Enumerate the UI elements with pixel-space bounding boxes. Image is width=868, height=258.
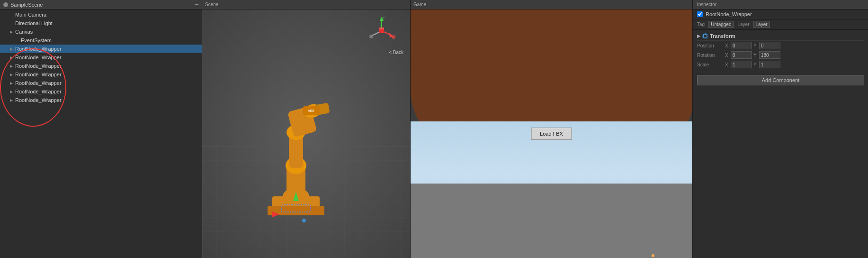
scale-y-input[interactable] <box>759 61 780 68</box>
hierarchy-item-rootnode-6[interactable]: RootNode_Wrapper <box>0 96 202 104</box>
scene-gizmo-widget[interactable]: Y Y <box>367 14 396 47</box>
inspector-panel-header: Inspector <box>693 0 868 9</box>
game-toolbar: Game <box>411 0 692 9</box>
game-toolbar-label: Game <box>413 2 426 7</box>
panel-controls: - ☰ <box>191 2 199 7</box>
ry-axis-label: Y <box>753 53 758 58</box>
item-label: Directional Light <box>15 20 53 26</box>
hierarchy-item-rootnode-1[interactable]: RootNode_Wrapper <box>0 53 202 62</box>
rotation-x-group: X <box>725 51 752 59</box>
scale-fields: X Y <box>725 61 864 68</box>
svg-text:ABB: ABB <box>308 109 314 112</box>
inspector-header-label: Inspector <box>697 2 716 7</box>
scene-toolbar: Scene <box>202 0 410 9</box>
item-label: RootNode_Wrapper <box>15 80 62 86</box>
rotation-y-input[interactable] <box>759 51 780 59</box>
scale-y-group: Y <box>753 61 780 68</box>
rotation-x-input[interactable] <box>731 51 752 59</box>
hierarchy-panel: SampleScene - ☰ Main Camera Directional … <box>0 0 202 258</box>
hierarchy-item-canvas[interactable]: Canvas <box>0 28 202 36</box>
scene-pivot-dot <box>302 219 306 222</box>
transform-arrow-icon: ▶ <box>697 34 700 38</box>
inspector-tag-layer-row: Tag Untagged Layer Layer <box>693 19 868 30</box>
x-axis-label: X <box>725 43 730 48</box>
game-view-panel: Game Load FBX <box>411 0 693 258</box>
scene-view-panel: Scene <box>202 0 411 258</box>
unity-logo-icon <box>3 2 9 8</box>
tree-arrow <box>15 38 19 42</box>
svg-text:Y: Y <box>380 25 382 28</box>
hierarchy-item-rootnode-4[interactable]: RootNode_Wrapper <box>0 79 202 87</box>
tag-dropdown[interactable]: Untagged <box>708 21 734 28</box>
svg-text:Y: Y <box>383 16 385 19</box>
transform-label: Transform <box>710 33 735 39</box>
hierarchy-item-rootnode-2[interactable]: RootNode_Wrapper <box>0 62 202 70</box>
transform-icon <box>702 33 708 39</box>
item-label: RootNode_Wrapper <box>15 55 62 60</box>
transform-header: ▶ Transform <box>697 32 864 41</box>
svg-point-23 <box>392 35 395 39</box>
tree-arrow <box>9 13 13 17</box>
item-label: RootNode_Wrapper <box>15 89 62 94</box>
item-label: Main Camera <box>15 12 46 18</box>
y-axis-label: Y <box>753 43 758 48</box>
rx-axis-label: X <box>725 53 730 58</box>
terrain-light-dot <box>652 254 654 257</box>
transform-scale-row: Scale X Y <box>697 60 864 69</box>
hierarchy-item-directional-light[interactable]: Directional Light <box>0 19 202 28</box>
tree-arrow <box>9 73 13 76</box>
layer-label-text: Layer <box>738 22 750 27</box>
object-active-checkbox[interactable] <box>697 11 703 17</box>
sy-axis-label: Y <box>753 62 758 67</box>
ground-floor <box>411 184 692 258</box>
position-label: Position <box>697 43 723 48</box>
hierarchy-item-main-camera[interactable]: Main Camera <box>0 10 202 19</box>
hierarchy-list: Main Camera Directional Light Canvas Eve… <box>0 9 202 105</box>
scale-label: Scale <box>697 62 723 67</box>
tree-arrow <box>9 98 13 102</box>
add-component-button[interactable]: Add Component <box>697 75 864 85</box>
tree-arrow <box>9 21 13 25</box>
sx-axis-label: X <box>725 62 730 67</box>
item-label: RootNode_Wrapper <box>15 97 62 103</box>
position-fields: X Y <box>725 42 864 49</box>
game-canvas[interactable]: Load FBX <box>411 9 692 258</box>
transform-position-row: Position X Y <box>697 41 864 50</box>
hierarchy-item-rootnode-0[interactable]: RootNode_Wrapper <box>0 45 202 53</box>
hierarchy-panel-header: SampleScene - ☰ <box>0 0 202 9</box>
layer-dropdown[interactable]: Layer <box>753 21 770 28</box>
panel-menu-icon[interactable]: ☰ <box>195 2 199 7</box>
panel-minus-icon[interactable]: - <box>191 2 193 7</box>
tag-label-text: Tag <box>697 22 705 27</box>
gizmo-svg: Y Y <box>367 14 396 45</box>
load-fbx-button[interactable]: Load FBX <box>531 128 572 140</box>
position-x-input[interactable] <box>731 42 752 49</box>
svg-point-25 <box>369 35 373 38</box>
scene-canvas[interactable]: ABB Y <box>202 9 410 258</box>
hierarchy-item-eventsystem[interactable]: EventSystem <box>0 36 202 45</box>
robot-arm-model: ABB <box>258 87 334 220</box>
transform-rotation-row: Rotation X Y <box>697 50 864 60</box>
tree-arrow <box>9 55 13 59</box>
position-x-group: X <box>725 42 752 49</box>
hierarchy-item-rootnode-3[interactable]: RootNode_Wrapper <box>0 70 202 79</box>
tree-arrow <box>9 81 13 85</box>
item-label: RootNode_Wrapper <box>15 46 62 52</box>
position-y-input[interactable] <box>759 42 780 49</box>
scale-x-group: X <box>725 61 752 68</box>
scale-x-input[interactable] <box>731 61 752 68</box>
transform-section: ▶ Transform Position X Y <box>693 30 868 71</box>
hierarchy-title: SampleScene <box>3 2 43 8</box>
hierarchy-item-rootnode-5[interactable]: RootNode_Wrapper <box>0 87 202 96</box>
tree-arrow <box>9 47 13 51</box>
item-label: RootNode_Wrapper <box>15 72 62 77</box>
scene-back-button[interactable]: < Back <box>389 50 403 55</box>
tree-arrow <box>9 64 13 68</box>
tree-arrow <box>9 30 13 34</box>
item-label: EventSystem <box>21 37 52 43</box>
item-label: RootNode_Wrapper <box>15 63 62 69</box>
hierarchy-area: Main Camera Directional Light Canvas Eve… <box>0 9 202 105</box>
hierarchy-title-text: SampleScene <box>10 2 43 8</box>
rotation-label: Rotation <box>697 53 723 58</box>
inspector-name-row: RootNode_Wrapper <box>693 9 868 19</box>
